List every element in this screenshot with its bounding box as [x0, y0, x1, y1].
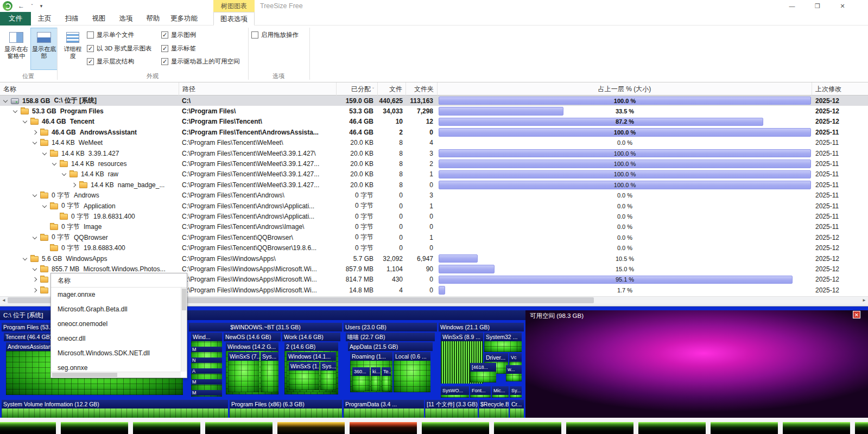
popup-list-item-1[interactable]: mager.onnxe	[51, 288, 187, 302]
treemap-bottom-cell-11[interactable]	[711, 422, 778, 434]
popup-list-item-3[interactable]: oneocr.onemodel	[51, 317, 187, 331]
table-row-11[interactable]: 0 字节ApplicationC:\Program Files\Tencent\…	[0, 201, 868, 211]
ribbon-tab-1[interactable]: 文件	[0, 12, 31, 25]
back-icon[interactable]: ←	[16, 0, 26, 12]
table-row-5[interactable]: 14.4 KBWeMeetC:\Program Files\Tencent\We…	[0, 138, 868, 148]
checkbox-box[interactable]	[87, 31, 94, 39]
treemap-bottom-cell-13[interactable]	[855, 422, 868, 434]
table-row-10[interactable]: 0 字节AndrowsC:\Program Files\Tencent\Andr…	[0, 190, 868, 201]
treemap-block[interactable]: Wind...MNAMM	[191, 333, 222, 397]
checkbox-box[interactable]: ✓	[161, 31, 168, 39]
checkbox-box[interactable]: ✓	[161, 58, 168, 65]
popup-horizontal-scrollbar[interactable]	[51, 372, 181, 378]
treemap-block[interactable]: 360...	[352, 367, 370, 391]
treemap-block[interactable]: Font...	[470, 386, 491, 398]
treemap-bottom-cell-3[interactable]	[133, 422, 200, 434]
expander-expanded-icon[interactable]	[21, 117, 29, 126]
column-header-files[interactable]: 文件	[378, 82, 406, 95]
table-row-6[interactable]: 14.4 KB3.39.1.427C:\Program Files\Tencen…	[0, 148, 868, 158]
table-row-13[interactable]: 0 字节ImageC:\Program Files\Tencent\Androw…	[0, 222, 868, 232]
close-button[interactable]: ✕	[834, 0, 851, 12]
contextual-tab-header[interactable]: 树图图表	[213, 0, 255, 12]
treemap-block[interactable]: SysWO...	[441, 386, 469, 398]
checkbox-显示层次结构[interactable]: ✓显示层次结构	[87, 58, 134, 66]
treemap-block[interactable]: w...	[506, 365, 522, 381]
quick-access-customize-icon[interactable]: ▾	[37, 0, 46, 12]
popup-hscroll-thumb[interactable]	[52, 373, 117, 377]
popup-vertical-scrollbar[interactable]	[181, 288, 187, 372]
treemap-bottom-cell-10[interactable]	[638, 422, 706, 434]
expander-expanded-icon[interactable]	[11, 107, 20, 116]
table-row-4[interactable]: 46.4 GBAndrowsAssistantC:\Program Files\…	[0, 127, 868, 137]
treemap-block[interactable]: WinSxS (7...	[228, 352, 259, 392]
checkbox-box[interactable]: ✓	[87, 45, 94, 52]
chevron-down-icon[interactable]: ˇ	[28, 0, 36, 12]
popup-list-item-5[interactable]: Microsoft.Windows.SDK.NET.dll	[51, 346, 187, 361]
expander-expanded-icon[interactable]	[60, 170, 68, 178]
show-in-right-pane-button[interactable]: 显示在右窗格中	[3, 28, 30, 70]
checkbox-显示图例[interactable]: ✓显示图例	[161, 31, 196, 39]
checkbox-box[interactable]	[251, 31, 258, 39]
expander-expanded-icon[interactable]	[40, 202, 49, 210]
expander-expanded-icon[interactable]	[21, 254, 29, 263]
treemap-block[interactable]: Sy...	[510, 386, 522, 398]
treemap-block[interactable]: $Recycle.B...	[479, 400, 509, 418]
scroll-right-arrow-icon[interactable]: ►	[860, 297, 868, 304]
treemap-block[interactable]: [11 个文件] (3.3 GB)	[425, 400, 478, 418]
treemap-block[interactable]: ki...	[371, 367, 381, 391]
expander-expanded-icon[interactable]	[1, 97, 10, 105]
ribbon-tab-4[interactable]: 视图	[85, 12, 112, 25]
treemap-bottom-cell-8[interactable]	[494, 422, 561, 434]
table-row-14[interactable]: 0 字节QQBrowserC:\Program Files\Tencent\QQ…	[0, 232, 868, 242]
treemap-block[interactable]: Sys...	[261, 352, 278, 392]
treemap-bottom-cell-9[interactable]	[566, 422, 633, 434]
treemap-bottom-cell-12[interactable]	[783, 422, 850, 434]
treemap-block[interactable]: Cr...	[510, 400, 524, 418]
scroll-left-arrow-icon[interactable]: ◄	[0, 297, 8, 304]
checkbox-box[interactable]: ✓	[161, 45, 168, 52]
treemap-block[interactable]: WinSxS (1...	[289, 362, 319, 390]
show-at-bottom-button[interactable]: 显示在底部	[30, 28, 58, 70]
table-row-1[interactable]: 158.8 GBC:\ 位于 [系统]C:\159.0 GB440,625113…	[0, 95, 868, 106]
expander-expanded-icon[interactable]	[30, 233, 39, 242]
treemap-bottom-cell-7[interactable]	[422, 422, 489, 434]
checkbox-显示单个文件[interactable]: 显示单个文件	[87, 31, 134, 39]
maximize-button[interactable]: ❒	[809, 0, 826, 12]
column-header-name[interactable]: 名称	[0, 82, 179, 95]
treemap-bottom-cell-6[interactable]	[350, 422, 417, 434]
ribbon-tab-5[interactable]: 选项	[112, 12, 140, 25]
expander-expanded-icon[interactable]	[30, 191, 39, 200]
expander-collapsed-icon[interactable]	[30, 128, 39, 137]
table-row-16[interactable]: 5.6 GBWindowsAppsC:\Program Files\Window…	[0, 253, 868, 264]
table-row-7[interactable]: 14.4 KBresourcesC:\Program Files\Tencent…	[0, 158, 868, 169]
treemap-block[interactable]: System32 ...	[484, 333, 522, 352]
treemap-block[interactable]: ProgramData (3.4 ...	[344, 400, 424, 418]
treemap-block[interactable]: [4618...	[470, 363, 496, 382]
minimize-button[interactable]: —	[784, 0, 800, 12]
ribbon-tab-2[interactable]: 主页	[31, 12, 58, 25]
table-row-3[interactable]: 46.4 GBTencentC:\Program Files\Tencent\4…	[0, 117, 868, 127]
expander-expanded-icon[interactable]	[30, 138, 39, 147]
table-row-12[interactable]: 0 字节19.8.6831.400C:\Program Files\Tencen…	[0, 211, 868, 221]
expander-collapsed-icon[interactable]	[69, 181, 78, 189]
treemap-block[interactable]: Local (0.6 ...	[394, 352, 430, 392]
detail-level-button[interactable]: 详细程度	[61, 28, 85, 70]
column-header-folders[interactable]: 文件夹	[406, 82, 438, 95]
treemap-bottom-cell-4[interactable]	[205, 422, 273, 434]
expander-expanded-icon[interactable]	[50, 159, 59, 168]
checkbox-以 3D 形式显示图表[interactable]: ✓以 3D 形式显示图表	[87, 44, 152, 53]
column-header-allocated[interactable]: 已分配ˇ	[337, 82, 378, 95]
popup-list-item-2[interactable]: Microsoft.Graph.Beta.dll	[51, 302, 187, 317]
table-row-8[interactable]: 14.4 KBrawC:\Program Files\Tencent\WeMee…	[0, 169, 868, 180]
ribbon-tab-7[interactable]: 更多功能	[167, 12, 201, 25]
treemap-free-space[interactable]: 可用空间 (98.3 GB)	[525, 310, 868, 418]
popup-header-name[interactable]: 名称	[51, 273, 187, 288]
treemap-bottom-cell-2[interactable]	[61, 422, 128, 434]
expander-expanded-icon[interactable]	[40, 149, 49, 158]
ribbon-tab-6[interactable]: 帮助	[140, 12, 167, 25]
checkbox-显示驱动器上的可用空间[interactable]: ✓显示驱动器上的可用空间	[161, 58, 240, 66]
table-row-2[interactable]: 53.3 GBProgram FilesC:\Program Files\53.…	[0, 106, 868, 116]
column-header-modified[interactable]: 上次修改	[812, 82, 868, 95]
app-logo-icon[interactable]	[3, 1, 12, 11]
treemap-block[interactable]: Mic...	[492, 386, 509, 398]
